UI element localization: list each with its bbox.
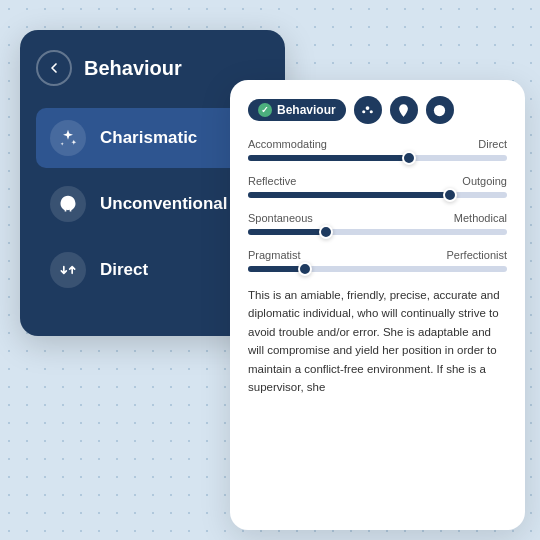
slider-row-1: Reflective Outgoing bbox=[248, 175, 507, 198]
charismatic-label: Charismatic bbox=[100, 128, 197, 148]
left-card-title: Behaviour bbox=[84, 57, 182, 80]
slider-fill-3 bbox=[248, 266, 305, 272]
slider-thumb-3[interactable] bbox=[298, 262, 312, 276]
slider-labels-2: Spontaneous Methodical bbox=[248, 212, 507, 224]
description-text: This is an amiable, friendly, precise, a… bbox=[248, 286, 507, 396]
back-button[interactable] bbox=[36, 50, 72, 86]
right-detail-card: ✓ Behaviour Accommodating Direct Reflect… bbox=[230, 80, 525, 530]
direct-icon bbox=[50, 252, 86, 288]
slider-left-label-0: Accommodating bbox=[248, 138, 327, 150]
unconventional-icon bbox=[50, 186, 86, 222]
sliders-section: Accommodating Direct Reflective Outgoing… bbox=[248, 138, 507, 272]
check-icon: ✓ bbox=[258, 103, 272, 117]
slider-track-3[interactable] bbox=[248, 266, 507, 272]
slider-row-3: Pragmatist Perfectionist bbox=[248, 249, 507, 272]
slider-left-label-2: Spontaneous bbox=[248, 212, 313, 224]
slider-row-2: Spontaneous Methodical bbox=[248, 212, 507, 235]
slider-labels-3: Pragmatist Perfectionist bbox=[248, 249, 507, 261]
slider-labels-1: Reflective Outgoing bbox=[248, 175, 507, 187]
svg-point-1 bbox=[362, 110, 365, 113]
svg-point-0 bbox=[366, 106, 370, 110]
slider-right-label-2: Methodical bbox=[454, 212, 507, 224]
unconventional-label: Unconventional bbox=[100, 194, 228, 214]
slider-thumb-1[interactable] bbox=[443, 188, 457, 202]
slider-fill-2 bbox=[248, 229, 326, 235]
slider-right-label-3: Perfectionist bbox=[446, 249, 507, 261]
icon-badge-3 bbox=[426, 96, 454, 124]
slider-thumb-0[interactable] bbox=[402, 151, 416, 165]
slider-track-2[interactable] bbox=[248, 229, 507, 235]
slider-row-0: Accommodating Direct bbox=[248, 138, 507, 161]
svg-point-5 bbox=[439, 112, 440, 113]
icon-badge-2 bbox=[390, 96, 418, 124]
svg-point-2 bbox=[370, 110, 373, 113]
badge-label: Behaviour bbox=[277, 103, 336, 117]
slider-left-label-1: Reflective bbox=[248, 175, 296, 187]
behaviour-badge: ✓ Behaviour bbox=[248, 99, 346, 121]
slider-left-label-3: Pragmatist bbox=[248, 249, 301, 261]
slider-track-0[interactable] bbox=[248, 155, 507, 161]
slider-thumb-2[interactable] bbox=[319, 225, 333, 239]
icon-badge-1 bbox=[354, 96, 382, 124]
slider-fill-1 bbox=[248, 192, 450, 198]
right-card-header: ✓ Behaviour bbox=[248, 96, 507, 124]
charismatic-icon bbox=[50, 120, 86, 156]
slider-right-label-0: Direct bbox=[478, 138, 507, 150]
slider-track-1[interactable] bbox=[248, 192, 507, 198]
slider-right-label-1: Outgoing bbox=[462, 175, 507, 187]
slider-labels-0: Accommodating Direct bbox=[248, 138, 507, 150]
slider-fill-0 bbox=[248, 155, 409, 161]
direct-label: Direct bbox=[100, 260, 148, 280]
left-card-header: Behaviour bbox=[36, 50, 269, 86]
